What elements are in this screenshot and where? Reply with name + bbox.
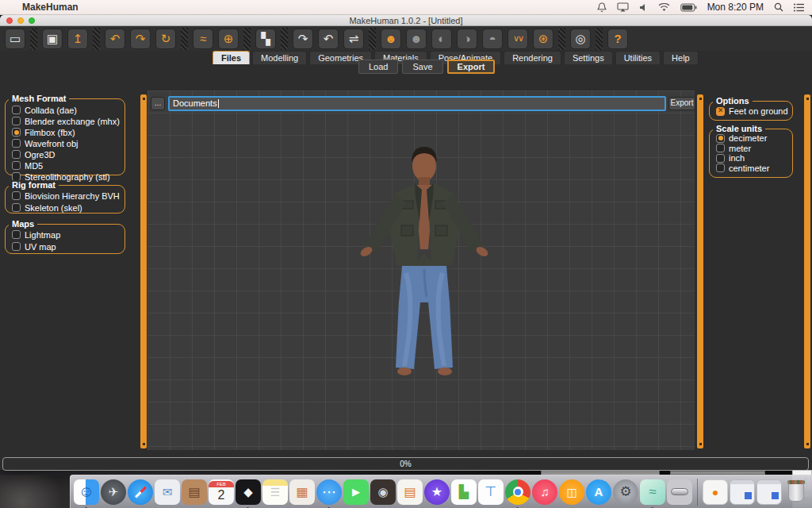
browse-button[interactable]: ...: [151, 97, 165, 110]
keynote-icon[interactable]: ⊤: [478, 479, 504, 505]
front-view-icon[interactable]: ☻: [381, 29, 401, 49]
subtab-save[interactable]: Save: [402, 60, 442, 74]
news-icon[interactable]: ▤: [397, 479, 423, 505]
toolbar: ▭ ▣ ↥ ↶ ↷ ↻ ≈ ⊕ ▚ ↷ ↶ ⇌ ☻ ☻ ◐ ◑ ◓ ∨∨ ⊛ ◎…: [0, 26, 812, 51]
spotlight-search-icon[interactable]: [774, 2, 783, 12]
smooth-icon[interactable]: ≈: [193, 29, 213, 49]
facetime-icon[interactable]: ▶: [343, 479, 369, 505]
scale-units-group: Scale units decimeter meter inch centime…: [709, 129, 793, 178]
trash-icon[interactable]: [783, 479, 809, 505]
notes-icon[interactable]: ☰: [262, 479, 288, 505]
checkbox-bvh[interactable]: Biovision Hierarchy BVH: [12, 191, 124, 202]
radio-inch[interactable]: inch: [716, 153, 792, 164]
tab-settings[interactable]: Settings: [564, 51, 613, 64]
human-model[interactable]: [333, 134, 515, 388]
pill-app-icon[interactable]: [667, 479, 692, 505]
blender-file-icon[interactable]: ●: [703, 479, 728, 505]
left-view-icon[interactable]: ◑: [457, 29, 477, 49]
files-export-panel: Mesh Format Collada (dae) Blender exchan…: [0, 74, 812, 456]
window-title: MakeHuman 1.0.2 - [Untitled]: [0, 16, 812, 25]
wifi-icon[interactable]: [658, 3, 670, 12]
volume-icon[interactable]: [639, 3, 648, 12]
window-titlebar[interactable]: MakeHuman 1.0.2 - [Untitled]: [0, 15, 812, 26]
save-icon[interactable]: ▣: [42, 29, 63, 49]
radio-blender-mhx[interactable]: Blender exchange (mhx): [12, 117, 124, 127]
itunes-icon[interactable]: ♫: [532, 479, 557, 505]
tab-rendering[interactable]: Rendering: [504, 51, 561, 64]
makehuman-icon[interactable]: ≈: [640, 479, 665, 505]
help-icon[interactable]: ?: [607, 29, 628, 49]
radio-centimeter[interactable]: centimeter: [716, 164, 792, 174]
mail-icon[interactable]: ✉: [155, 479, 180, 505]
sysprefs-icon[interactable]: ⚙: [613, 479, 638, 505]
tab-modelling[interactable]: Modelling: [252, 51, 307, 64]
finder-window-icon-2[interactable]: [756, 479, 782, 505]
calendar-icon[interactable]: FEB2: [209, 479, 234, 505]
export-button[interactable]: Export: [668, 97, 695, 110]
toolbar-separator: [243, 28, 251, 50]
notification-center-icon[interactable]: [794, 3, 804, 12]
radio-wavefront-obj[interactable]: Wavefront obj: [12, 139, 124, 149]
load-icon[interactable]: ↥: [67, 29, 88, 49]
radio-collada[interactable]: Collada (dae): [12, 106, 124, 116]
contacts-icon[interactable]: ▤: [182, 479, 207, 505]
right-panel-scrollbar[interactable]: [697, 94, 703, 448]
grab-body-icon[interactable]: ⊛: [533, 29, 553, 49]
checkbox-uvmap[interactable]: UV map: [12, 242, 124, 252]
menubar: MakeHuman Mon 8:20 PM: [0, 0, 812, 15]
numbers-icon[interactable]: ▙: [451, 479, 477, 505]
radio-md5[interactable]: MD5: [12, 161, 124, 171]
app-menu-title[interactable]: MakeHuman: [22, 2, 79, 13]
window-edge-scrollbar[interactable]: [804, 94, 810, 448]
checkbox-feet-on-ground[interactable]: Feet on ground: [716, 106, 792, 117]
radio-filmbox-fbx[interactable]: Filmbox (fbx): [12, 128, 124, 138]
top-view-icon[interactable]: ◓: [482, 29, 503, 49]
tab-help[interactable]: Help: [663, 51, 699, 64]
airplay-icon[interactable]: [617, 2, 629, 12]
battery-icon[interactable]: [680, 3, 697, 12]
subtab-export[interactable]: Export: [447, 60, 496, 74]
reset-view-icon[interactable]: ⇌: [343, 29, 364, 49]
checkbox-lightmap[interactable]: Lightmap: [12, 230, 124, 241]
radio-decimeter[interactable]: decimeter: [716, 133, 792, 144]
appstore-icon[interactable]: A: [586, 479, 611, 505]
unity-icon[interactable]: ◆: [236, 479, 261, 505]
finder-window-icon[interactable]: [730, 479, 755, 505]
right-view-icon[interactable]: ◐: [431, 29, 452, 49]
bell-icon[interactable]: [597, 2, 607, 13]
imovie-icon[interactable]: ★: [424, 479, 450, 505]
left-panel-scrollbar[interactable]: [140, 94, 147, 448]
menubar-clock[interactable]: Mon 8:20 PM: [707, 2, 764, 13]
photobooth-icon[interactable]: ◉: [370, 479, 396, 505]
safari-icon[interactable]: [128, 479, 153, 505]
chrome-icon[interactable]: [505, 479, 530, 505]
bottom-view-icon[interactable]: ∨∨: [508, 29, 528, 49]
new-icon[interactable]: ▭: [5, 29, 25, 49]
radio-meter[interactable]: meter: [716, 144, 792, 154]
stamps-icon[interactable]: ▦: [289, 479, 315, 505]
radio-ogre3d[interactable]: Ogre3D: [12, 150, 124, 160]
undo-icon[interactable]: ↶: [105, 29, 125, 49]
reload-icon[interactable]: ↻: [155, 29, 176, 49]
rotate-left-icon[interactable]: ↶: [318, 29, 339, 49]
tab-files[interactable]: Files: [213, 51, 250, 64]
subtab-load[interactable]: Load: [358, 60, 398, 74]
grab-screen-icon[interactable]: ◎: [570, 29, 591, 49]
background-icon[interactable]: ▚: [255, 29, 276, 49]
redo-icon[interactable]: ↷: [130, 29, 151, 49]
toolbar-separator: [93, 28, 100, 50]
wireframe-icon[interactable]: ⊕: [218, 29, 239, 49]
filename-input[interactable]: Documents: [168, 96, 666, 111]
ibooks-icon[interactable]: ◫: [559, 479, 584, 505]
finder-icon[interactable]: ☺: [74, 479, 99, 505]
rotate-right-icon[interactable]: ↷: [293, 29, 313, 49]
back-view-icon[interactable]: ☻: [406, 29, 427, 49]
launchpad-icon[interactable]: ✈: [101, 479, 126, 505]
tab-utilities[interactable]: Utilities: [615, 51, 661, 64]
checkbox-skeleton[interactable]: Skeleton (skel): [12, 203, 124, 214]
3d-viewport[interactable]: [147, 90, 695, 450]
toolbar-separator: [281, 28, 288, 50]
toolbar-separator: [369, 28, 376, 50]
messages-icon[interactable]: ⋯: [316, 479, 342, 505]
makehuman-window: MakeHuman 1.0.2 - [Untitled] ▭ ▣ ↥ ↶ ↷ ↻…: [0, 15, 812, 470]
